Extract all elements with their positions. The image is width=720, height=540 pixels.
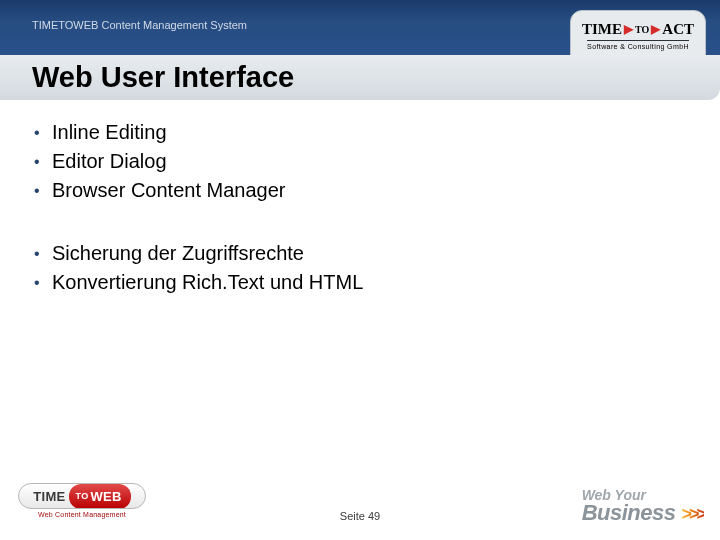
bullet-text: Inline Editing: [52, 118, 167, 147]
company-subtitle: Software & Consulting GmbH: [587, 40, 689, 50]
triangle-icon: ▶: [651, 22, 660, 37]
breadcrumb: TIMETOWEB Content Management System: [32, 19, 247, 31]
web-your-business-logo: Web Your Business >>>: [582, 487, 704, 526]
bullet-group-2: • Sicherung der Zugriffsrechte • Konvert…: [34, 239, 674, 297]
bullet-text: Sicherung der Zugriffsrechte: [52, 239, 304, 268]
ttw-red-badge: TO WEB: [69, 484, 131, 509]
page-number: Seite 49: [340, 510, 380, 522]
list-item: • Editor Dialog: [34, 147, 674, 176]
bullet-icon: •: [34, 118, 52, 147]
ttw-part1: TIME: [33, 489, 65, 504]
bullet-icon: •: [34, 147, 52, 176]
content: • Inline Editing • Editor Dialog • Brows…: [34, 118, 674, 331]
list-item: • Browser Content Manager: [34, 176, 674, 205]
footer: TIME TO WEB Web Content Management Seite…: [0, 478, 720, 540]
title-row: Web User Interface: [0, 55, 720, 100]
timetoweb-pill: TIME TO WEB: [18, 483, 146, 509]
timetoweb-logo: TIME TO WEB Web Content Management: [18, 483, 146, 518]
wyb-line2: Business: [582, 500, 676, 526]
company-badge: TIME ▶ TO ▶ ACT Software & Consulting Gm…: [570, 10, 706, 60]
bullet-group-1: • Inline Editing • Editor Dialog • Brows…: [34, 118, 674, 205]
company-name-part1: TIME: [582, 21, 622, 38]
bullet-text: Konvertierung Rich.Text und HTML: [52, 268, 363, 297]
list-item: • Sicherung der Zugriffsrechte: [34, 239, 674, 268]
company-connector: TO: [635, 24, 649, 35]
ttw-part2: WEB: [90, 489, 121, 504]
bullet-icon: •: [34, 268, 52, 297]
bullet-icon: •: [34, 239, 52, 268]
slide: TIMETOWEB Content Management System TIME…: [0, 0, 720, 540]
chevron-icon: >>>: [681, 504, 704, 525]
bullet-text: Browser Content Manager: [52, 176, 285, 205]
bullet-icon: •: [34, 176, 52, 205]
list-item: • Inline Editing: [34, 118, 674, 147]
triangle-icon: ▶: [624, 22, 633, 37]
company-name-part2: ACT: [662, 21, 694, 38]
ttw-subtitle: Web Content Management: [18, 511, 146, 518]
company-name: TIME ▶ TO ▶ ACT: [582, 21, 694, 38]
list-item: • Konvertierung Rich.Text und HTML: [34, 268, 674, 297]
ttw-connector: TO: [76, 491, 89, 501]
bullet-text: Editor Dialog: [52, 147, 167, 176]
page-title: Web User Interface: [32, 61, 294, 94]
